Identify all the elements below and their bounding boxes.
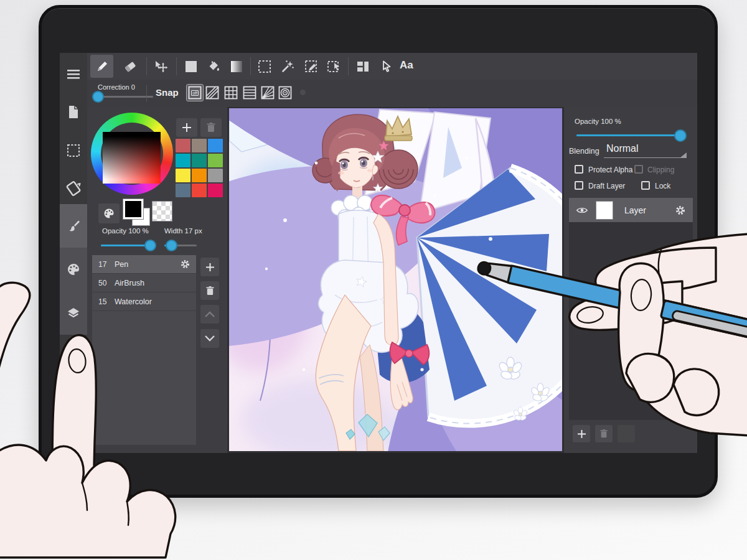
layer-row[interactable]: Layer — [569, 198, 693, 222]
palette-swatch[interactable] — [208, 169, 223, 182]
tool-move-button[interactable] — [149, 55, 172, 78]
trash-icon — [599, 429, 608, 439]
palette-swatch[interactable] — [176, 184, 190, 197]
layer-opacity-fill — [576, 134, 680, 136]
document-icon — [67, 105, 80, 119]
palette-icon — [103, 207, 115, 220]
layer-opacity-knob[interactable] — [674, 129, 687, 142]
brush-opacity-label: Opacity 100 % — [102, 227, 149, 235]
snap-vanishing-point-button[interactable] — [260, 85, 276, 101]
brush-row-watercolor[interactable]: 15 Watercolor — [92, 292, 196, 311]
palette-swatch[interactable] — [176, 154, 190, 167]
layers-icon — [66, 306, 81, 320]
transparent-color-chip[interactable] — [152, 201, 172, 222]
lock-checkbox[interactable] — [641, 181, 650, 190]
tool-magic-wand-button[interactable] — [276, 55, 299, 78]
correction-slider-knob[interactable] — [92, 91, 104, 103]
brush-opacity-knob[interactable] — [144, 240, 156, 251]
tool-gradient-button[interactable] — [225, 55, 248, 78]
layer-settings-gear-icon[interactable] — [675, 205, 685, 215]
tool-cursor-button[interactable] — [375, 55, 398, 78]
chevron-down-icon — [205, 335, 215, 342]
color-brush-panel: Opacity 100 % Width 17 px 17 Pen 50 AirB… — [87, 107, 228, 453]
tool-pen-button[interactable] — [90, 55, 113, 78]
brush-row-pen[interactable]: 17 Pen — [92, 255, 196, 274]
snap-horizontal-button[interactable] — [242, 85, 258, 101]
layer-thumbnail — [596, 201, 613, 220]
add-layer-button[interactable] — [573, 425, 590, 442]
drawing-canvas[interactable] — [229, 108, 562, 451]
tab-color-panel[interactable] — [60, 248, 87, 291]
menu-button[interactable] — [60, 60, 87, 88]
move-brush-down-button[interactable] — [200, 329, 219, 348]
palette-swatch[interactable] — [208, 154, 223, 167]
move-icon — [153, 59, 168, 74]
tab-layers-panel[interactable] — [60, 291, 87, 335]
toolbar-divider — [348, 57, 349, 75]
foreground-color-chip[interactable] — [123, 199, 143, 219]
undo-button[interactable] — [60, 416, 87, 443]
merge-layer-button[interactable] — [618, 425, 635, 442]
correction-label: Correction 0 — [98, 83, 135, 91]
clipping-checkbox[interactable] — [634, 165, 643, 174]
snap-concentric-button[interactable] — [277, 85, 293, 101]
move-brush-up-button[interactable] — [200, 305, 219, 324]
add-color-button[interactable] — [176, 118, 197, 137]
redo-button[interactable] — [60, 378, 87, 406]
visibility-eye-icon[interactable] — [576, 207, 588, 214]
new-document-button[interactable] — [60, 98, 87, 126]
palette-swatch[interactable] — [176, 139, 190, 152]
color-chips[interactable] — [123, 199, 152, 228]
palette-swatch[interactable] — [208, 184, 223, 197]
snap-grid-icon — [224, 86, 238, 100]
tab-brush-panel[interactable] — [60, 204, 87, 248]
tool-select-transform-button[interactable] — [322, 55, 345, 78]
tool-text-button[interactable]: Aa — [400, 59, 413, 72]
blending-select[interactable]: Normal — [606, 143, 639, 154]
palette-swatch[interactable] — [192, 139, 207, 152]
palette-swatch[interactable] — [176, 169, 190, 182]
plus-icon — [577, 429, 586, 439]
brush-settings-gear-icon[interactable] — [181, 259, 190, 269]
snap-off-button[interactable]: off — [187, 85, 203, 101]
brush-width-knob[interactable] — [166, 240, 177, 251]
tool-select-pen-button[interactable] — [299, 55, 322, 78]
redo-icon — [67, 387, 80, 397]
brush-name: Pen — [115, 260, 128, 269]
tool-shape-button[interactable] — [179, 55, 202, 78]
palette-mode-button[interactable] — [98, 203, 120, 223]
chevron-up-icon — [205, 311, 215, 317]
palette-swatch[interactable] — [192, 169, 207, 182]
brush-opacity-fill — [101, 245, 151, 246]
palette-swatch[interactable] — [192, 154, 207, 167]
delete-color-button[interactable] — [200, 118, 222, 137]
tool-select-rect-button[interactable] — [253, 55, 276, 78]
protect-alpha-checkbox[interactable] — [575, 165, 583, 174]
snap-label: Snap — [156, 87, 179, 98]
snap-concentric-icon — [278, 86, 292, 100]
palette-swatch[interactable] — [208, 139, 223, 152]
tool-eraser-button[interactable] — [118, 55, 141, 78]
snap-parallel-button[interactable] — [204, 85, 220, 101]
blending-label: Blending — [569, 147, 599, 156]
snap-horizontal-icon — [243, 86, 256, 100]
add-brush-button[interactable] — [200, 258, 219, 276]
delete-brush-button[interactable] — [200, 281, 219, 300]
tool-fill-button[interactable] — [202, 55, 225, 78]
correction-slider-track[interactable] — [97, 96, 153, 98]
saturation-value-square[interactable] — [103, 132, 161, 184]
toolbar-divider — [250, 57, 251, 75]
undo-icon — [67, 424, 80, 434]
layer-list[interactable] — [569, 222, 693, 420]
rotate-canvas-button[interactable] — [60, 175, 87, 202]
brush-row-airbrush[interactable]: 50 AirBrush — [92, 274, 196, 292]
brush-list: 17 Pen 50 AirBrush 15 Watercolor — [92, 255, 196, 445]
options-indicator-dot — [300, 90, 306, 95]
shape-icon — [184, 59, 199, 74]
snap-grid-button[interactable] — [223, 85, 239, 101]
delete-layer-button[interactable] — [595, 425, 613, 442]
tool-divide-canvas-button[interactable] — [351, 55, 374, 78]
select-tool-button[interactable] — [60, 137, 87, 164]
draft-layer-checkbox[interactable] — [575, 181, 583, 190]
palette-swatch[interactable] — [192, 184, 207, 197]
